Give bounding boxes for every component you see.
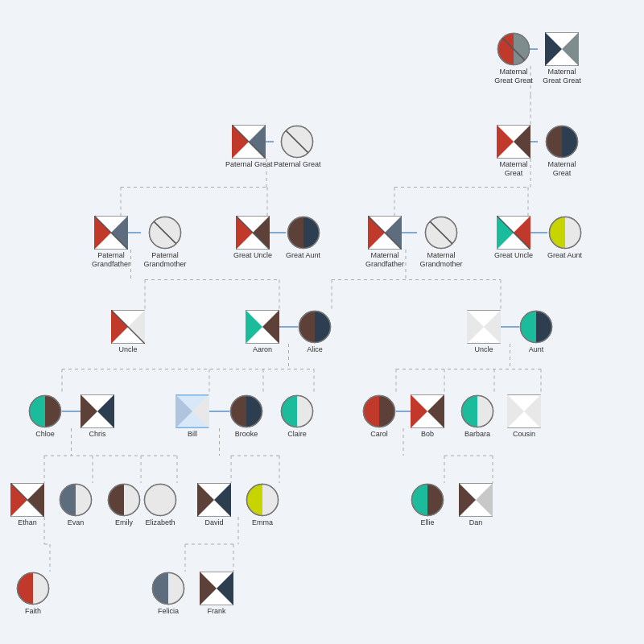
person-chris: Chris xyxy=(80,394,114,439)
person-ethan: Ethan xyxy=(10,483,44,527)
person-maternal_grandmother: Maternal Grandmother xyxy=(417,216,465,269)
person-maternal_grandfather: Maternal Grandfather xyxy=(361,216,409,269)
person-emma: Emma xyxy=(246,483,279,527)
person-label-great_aunt2: Great Aunt xyxy=(547,251,582,260)
person-label-maternal_grandfather: Maternal Grandfather xyxy=(361,251,409,269)
person-emily: Emily xyxy=(107,483,141,527)
person-label-maternal_great_great_f: Maternal Great Great xyxy=(489,68,538,85)
person-bob: Bob xyxy=(411,394,444,439)
person-label-felicia: Felicia xyxy=(158,607,179,616)
person-label-uncle2: Uncle xyxy=(474,345,493,354)
person-label-chloe: Chloe xyxy=(35,430,55,439)
person-paternal_great_f: Paternal Great xyxy=(225,125,273,169)
person-great_aunt2: Great Aunt xyxy=(547,216,582,260)
person-label-maternal_great_great_m: Maternal Great Great xyxy=(538,68,586,85)
person-label-dan: Dan xyxy=(469,518,483,527)
person-maternal_great_m: Maternal Great xyxy=(538,125,586,178)
person-maternal_great_great_m: Maternal Great Great xyxy=(538,32,586,85)
person-paternal_great_m: Paternal Great xyxy=(274,125,321,169)
person-label-bob: Bob xyxy=(421,430,434,439)
person-great_uncle2: Great Uncle xyxy=(494,216,533,260)
person-label-david: David xyxy=(204,518,223,527)
person-evan: Evan xyxy=(59,483,93,527)
person-label-maternal_great_f: Maternal Great xyxy=(489,160,538,178)
family-tree: Maternal Great Great Maternal Great Grea… xyxy=(0,0,644,644)
person-maternal_great_f: Maternal Great xyxy=(489,125,538,178)
person-cousin: Cousin xyxy=(507,394,541,439)
person-label-aaron: Aaron xyxy=(253,345,272,354)
person-label-paternal_grandmother: Paternal Grandmother xyxy=(141,251,189,269)
person-label-great_aunt1: Great Aunt xyxy=(286,251,320,260)
person-felicia: Felicia xyxy=(151,572,185,616)
person-label-chris: Chris xyxy=(89,430,105,439)
person-uncle2: Uncle xyxy=(467,310,501,354)
person-barbara: Barbara xyxy=(460,394,494,439)
person-david: David xyxy=(197,483,231,527)
person-claire: Claire xyxy=(280,394,314,439)
person-label-emily: Emily xyxy=(115,518,133,527)
person-label-ellie: Ellie xyxy=(420,518,434,527)
person-label-faith: Faith xyxy=(25,607,41,616)
person-label-maternal_grandmother: Maternal Grandmother xyxy=(417,251,465,269)
person-label-uncle1: Uncle xyxy=(118,345,137,354)
person-carol: Carol xyxy=(362,394,396,439)
person-label-alice: Alice xyxy=(307,345,323,354)
person-paternal_grandfather: Paternal Grandfather xyxy=(87,216,135,269)
person-frank: Frank xyxy=(200,572,233,616)
person-ellie: Ellie xyxy=(411,483,444,527)
person-label-aunt: Aunt xyxy=(529,345,544,354)
person-label-bill: Bill xyxy=(188,430,197,439)
person-uncle1: Uncle xyxy=(111,310,145,354)
person-brooke: Brooke xyxy=(229,394,263,439)
person-label-barbara: Barbara xyxy=(464,430,490,439)
person-label-evan: Evan xyxy=(68,518,85,527)
person-label-frank: Frank xyxy=(207,607,225,616)
person-aunt: Aunt xyxy=(519,310,553,354)
person-label-claire: Claire xyxy=(287,430,307,439)
person-chloe: Chloe xyxy=(28,394,62,439)
person-bill: Bill xyxy=(175,394,209,439)
person-great_uncle1: Great Uncle xyxy=(233,216,272,260)
person-label-great_uncle1: Great Uncle xyxy=(233,251,272,260)
person-aaron: Aaron xyxy=(246,310,279,354)
person-label-paternal_great_m: Paternal Great xyxy=(274,160,321,169)
person-label-ethan: Ethan xyxy=(18,518,37,527)
person-label-maternal_great_m: Maternal Great xyxy=(538,160,586,178)
person-faith: Faith xyxy=(16,572,50,616)
person-label-paternal_grandfather: Paternal Grandfather xyxy=(87,251,135,269)
person-label-great_uncle2: Great Uncle xyxy=(494,251,533,260)
person-label-elizabeth: Elizabeth xyxy=(145,518,175,527)
person-label-brooke: Brooke xyxy=(235,430,258,439)
person-elizabeth: Elizabeth xyxy=(143,483,177,527)
person-label-cousin: Cousin xyxy=(513,430,535,439)
person-label-paternal_great_f: Paternal Great xyxy=(225,160,273,169)
person-dan: Dan xyxy=(459,483,493,527)
person-maternal_great_great_f: Maternal Great Great xyxy=(489,32,538,85)
person-label-emma: Emma xyxy=(252,518,273,527)
person-label-carol: Carol xyxy=(370,430,388,439)
person-paternal_grandmother: Paternal Grandmother xyxy=(141,216,189,269)
person-great_aunt1: Great Aunt xyxy=(286,216,320,260)
person-alice: Alice xyxy=(298,310,332,354)
